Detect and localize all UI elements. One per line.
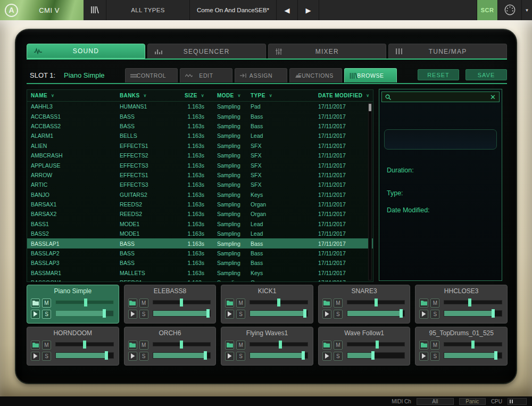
solo-button[interactable]: S — [42, 310, 51, 319]
pan-slider-handle[interactable] — [376, 341, 379, 349]
volume-slider[interactable] — [347, 352, 405, 359]
preview-play-button[interactable] — [31, 352, 40, 361]
slot-panel-wave-follow1[interactable]: Wave Follow1 M S — [318, 327, 411, 366]
volume-slider[interactable] — [153, 310, 211, 317]
volume-slider[interactable] — [250, 352, 308, 359]
load-sample-button[interactable] — [128, 341, 137, 350]
preview-play-button[interactable] — [419, 310, 428, 319]
volume-slider-handle[interactable] — [492, 309, 495, 318]
preview-play-button[interactable] — [322, 352, 331, 361]
load-sample-button[interactable] — [322, 341, 331, 350]
slot-panel-elebass8[interactable]: ELEBASS8 M S — [124, 285, 217, 324]
table-scrollbar[interactable] — [368, 103, 372, 280]
control-button[interactable]: CONTROL — [125, 68, 178, 82]
preview-play-button[interactable] — [419, 352, 428, 361]
table-row[interactable]: BARSAX2REEDS21.163sSamplingOrgan17/11/20… — [27, 209, 373, 219]
table-row[interactable]: ALARM1BELLS1.163sSamplingLead17/11/2017 — [27, 131, 373, 140]
table-row[interactable]: BARSAX1REEDS21.163sSamplingOrgan17/11/20… — [27, 200, 373, 209]
assign-button[interactable]: ASSIGN — [235, 68, 287, 82]
volume-slider[interactable] — [444, 352, 502, 359]
slot-panel-horndoom[interactable]: HORNDOOM M S — [27, 327, 119, 366]
save-button[interactable]: SAVE — [466, 69, 507, 80]
table-row[interactable]: BASSMAR1MALLETS1.163sSamplingKeys17/11/2… — [27, 268, 373, 278]
scr-toggle-button[interactable]: SCR — [477, 0, 498, 20]
column-header-mode[interactable]: MODE ∨ — [217, 93, 251, 98]
mute-button[interactable]: M — [430, 299, 439, 308]
pan-slider[interactable] — [250, 300, 308, 304]
table-row[interactable]: AAHHL3HUMANS11.163sSamplingPad17/11/2017 — [27, 102, 373, 111]
previous-preset-button[interactable]: ◀ — [277, 0, 298, 20]
pan-slider-handle[interactable] — [83, 341, 86, 349]
solo-button[interactable]: S — [42, 352, 51, 361]
mute-button[interactable]: M — [236, 341, 245, 350]
panic-button[interactable]: Panic — [459, 398, 486, 405]
pan-slider[interactable] — [55, 342, 114, 346]
pan-slider[interactable] — [444, 300, 502, 304]
filter-all-types[interactable]: ALL TYPES — [106, 0, 190, 20]
solo-button[interactable]: S — [139, 310, 148, 319]
load-sample-button[interactable] — [128, 299, 137, 308]
volume-slider-handle[interactable] — [371, 351, 375, 360]
tab-sequencer[interactable]: SEQUENCER — [147, 44, 266, 59]
load-sample-button[interactable] — [419, 299, 428, 308]
column-header-banks[interactable]: BANKS ∨ — [120, 93, 185, 98]
pan-slider-handle[interactable] — [277, 299, 280, 306]
table-row[interactable]: AMBCRASHEFFECTS21.163sSamplingSFX17/11/2… — [27, 151, 373, 160]
volume-slider[interactable] — [347, 310, 405, 317]
pan-slider[interactable] — [55, 300, 114, 304]
volume-slider[interactable] — [153, 352, 211, 359]
solo-button[interactable]: S — [236, 352, 245, 361]
solo-button[interactable]: S — [334, 310, 343, 319]
current-preset-name[interactable]: Come On And DanceSEB* — [190, 0, 277, 20]
table-row[interactable]: ARTICEFFECTS31.163sSamplingSFX17/11/2017 — [27, 180, 373, 189]
search-input[interactable] — [394, 94, 487, 100]
solo-button[interactable]: S — [430, 352, 439, 361]
pan-slider-handle[interactable] — [468, 299, 471, 306]
volume-slider[interactable] — [55, 310, 114, 317]
pan-slider-handle[interactable] — [279, 341, 282, 349]
volume-slider-handle[interactable] — [105, 351, 108, 360]
table-row[interactable]: APPLAUSEEFFECTS31.163sSamplingSFX17/11/2… — [27, 160, 373, 170]
column-header-name[interactable]: NAME ∨ — [31, 93, 120, 98]
preview-play-button[interactable] — [322, 310, 331, 319]
slot-panel-snare3[interactable]: SNARE3 M S — [318, 285, 411, 324]
pan-slider-handle[interactable] — [180, 341, 183, 349]
table-row[interactable]: ACCBASS2BASS1.163sSamplingBass17/11/2017 — [27, 121, 373, 131]
pan-slider-handle[interactable] — [180, 299, 183, 306]
tab-sound[interactable]: SOUND — [27, 44, 145, 59]
column-header-size[interactable]: SIZE ∨ — [185, 93, 217, 98]
table-row[interactable]: BASSLAP1BASS1.163sSamplingBass17/11/2017 — [27, 238, 373, 248]
table-row[interactable]: BANJOGUITARS21.163sSamplingKeys17/11/201… — [27, 190, 373, 200]
slot-panel-kick1[interactable]: KICK1 M S — [221, 285, 313, 324]
pan-slider[interactable] — [153, 300, 211, 304]
pan-slider[interactable] — [347, 300, 405, 304]
volume-slider-handle[interactable] — [204, 351, 207, 360]
load-sample-button[interactable] — [225, 299, 234, 308]
mute-button[interactable]: M — [334, 299, 343, 308]
slot-panel-hhclose3[interactable]: HHCLOSE3 M S — [415, 285, 508, 324]
table-row[interactable]: BASSOON1REEDS11.163sSamplingOrgan17/11/2… — [27, 278, 373, 282]
preview-play-button[interactable] — [225, 352, 234, 361]
load-sample-button[interactable] — [31, 299, 40, 308]
column-header-date-modified[interactable]: DATE MODIFIED ∨ — [318, 93, 373, 98]
edit-button[interactable]: EDIT — [180, 68, 232, 82]
preview-play-button[interactable] — [128, 352, 137, 361]
volume-slider-handle[interactable] — [303, 309, 306, 318]
close-icon[interactable]: ✕ — [490, 94, 496, 101]
slot-panel-flying-waves1[interactable]: Flying Waves1 M S — [221, 327, 313, 366]
solo-button[interactable]: S — [430, 310, 439, 319]
browse-button[interactable]: BROWSE — [344, 68, 397, 82]
volume-slider[interactable] — [444, 310, 502, 317]
slot-panel-piano-simple[interactable]: Piano Simple M S — [27, 285, 119, 324]
mute-button[interactable]: M — [430, 341, 439, 350]
table-row[interactable]: BASS2MODE11.163sSamplingLead17/11/2017 — [27, 229, 373, 238]
column-header-type[interactable]: TYPE ∨ — [251, 93, 318, 98]
mute-button[interactable]: M — [42, 341, 51, 350]
solo-button[interactable]: S — [334, 352, 343, 361]
volume-slider-handle[interactable] — [494, 351, 497, 360]
table-row[interactable]: ACCBASS1BASS1.163sSamplingBass17/11/2017 — [27, 111, 373, 121]
preset-browser-button[interactable] — [84, 0, 106, 20]
next-preset-button[interactable]: ▶ — [298, 0, 319, 20]
preview-play-button[interactable] — [31, 310, 40, 319]
preview-play-button[interactable] — [225, 310, 234, 319]
